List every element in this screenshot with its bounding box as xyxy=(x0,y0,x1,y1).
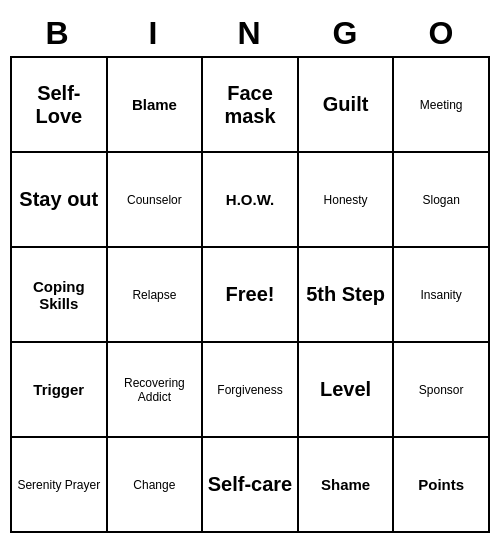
bingo-cell-18: Level xyxy=(299,343,395,438)
bingo-cell-11: Relapse xyxy=(108,248,204,343)
bingo-cell-16: Recovering Addict xyxy=(108,343,204,438)
bingo-cell-3: Guilt xyxy=(299,58,395,153)
header-letter: I xyxy=(106,11,202,56)
bingo-cell-21: Change xyxy=(108,438,204,533)
bingo-cell-20: Serenity Prayer xyxy=(12,438,108,533)
header-letter: B xyxy=(10,11,106,56)
bingo-cell-4: Meeting xyxy=(394,58,490,153)
bingo-cell-10: Coping Skills xyxy=(12,248,108,343)
bingo-cell-22: Self-care xyxy=(203,438,299,533)
bingo-cell-23: Shame xyxy=(299,438,395,533)
header-letter: G xyxy=(298,11,394,56)
bingo-cell-24: Points xyxy=(394,438,490,533)
bingo-cell-0: Self-Love xyxy=(12,58,108,153)
bingo-card: BINGO Self-LoveBlameFace maskGuiltMeetin… xyxy=(10,11,490,533)
bingo-cell-7: H.O.W. xyxy=(203,153,299,248)
bingo-cell-1: Blame xyxy=(108,58,204,153)
bingo-cell-8: Honesty xyxy=(299,153,395,248)
bingo-cell-14: Insanity xyxy=(394,248,490,343)
bingo-cell-2: Face mask xyxy=(203,58,299,153)
bingo-cell-6: Counselor xyxy=(108,153,204,248)
bingo-cell-19: Sponsor xyxy=(394,343,490,438)
bingo-cell-13: 5th Step xyxy=(299,248,395,343)
bingo-cell-5: Stay out xyxy=(12,153,108,248)
bingo-cell-9: Slogan xyxy=(394,153,490,248)
bingo-cell-15: Trigger xyxy=(12,343,108,438)
header-letter: N xyxy=(202,11,298,56)
bingo-grid: Self-LoveBlameFace maskGuiltMeetingStay … xyxy=(10,56,490,533)
bingo-cell-17: Forgiveness xyxy=(203,343,299,438)
bingo-header: BINGO xyxy=(10,11,490,56)
header-letter: O xyxy=(394,11,490,56)
bingo-cell-12: Free! xyxy=(203,248,299,343)
